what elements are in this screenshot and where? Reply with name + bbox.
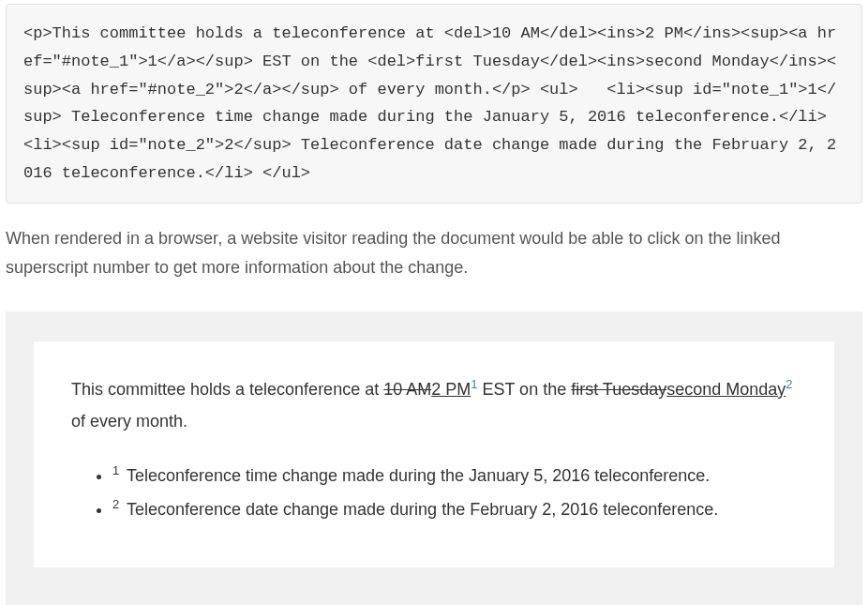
note-1-superscript: 1 (112, 463, 119, 477)
list-item: 2 Teleconference date change made during… (112, 495, 797, 524)
rendered-example-inner: This committee holds a teleconference at… (34, 341, 834, 568)
text-mid: EST on the (477, 380, 571, 399)
inserted-day: second Monday (666, 380, 786, 399)
text-after: of every month. (71, 412, 187, 431)
inserted-time: 2 PM (431, 380, 471, 399)
superscript-2: 2 (786, 377, 792, 391)
code-block: <p>This committee holds a teleconference… (6, 4, 862, 204)
rendered-example-container: This committee holds a teleconference at… (6, 311, 862, 606)
note-link-2[interactable]: 2 (786, 377, 792, 391)
deleted-day: first Tuesday (571, 380, 666, 399)
rendered-paragraph: This committee holds a teleconference at… (71, 373, 797, 437)
list-item: 1 Teleconference time change made during… (112, 461, 797, 491)
deleted-time: 10 AM (383, 380, 431, 399)
note-2-superscript: 2 (112, 497, 119, 511)
description-paragraph: When rendered in a browser, a website vi… (6, 224, 862, 283)
note-2-text: Teleconference date change made during t… (122, 500, 718, 519)
note-1-text: Teleconference time change made during t… (122, 466, 710, 485)
notes-list: 1 Teleconference time change made during… (71, 461, 797, 524)
text-before: This committee holds a teleconference at (71, 380, 383, 399)
